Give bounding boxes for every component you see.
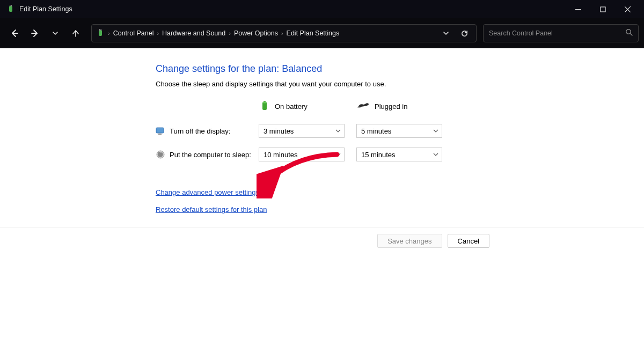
svg-rect-10: [99, 29, 100, 31]
advanced-settings-link[interactable]: Change advanced power settings: [156, 188, 259, 196]
svg-rect-9: [99, 30, 102, 36]
sleep-icon: [156, 150, 165, 159]
window-title: Edit Plan Settings: [19, 5, 566, 13]
display-battery-dropdown[interactable]: 3 minutes: [259, 124, 345, 138]
save-button[interactable]: Save changes: [377, 234, 442, 248]
column-header-plugged: Plugged in: [356, 101, 444, 112]
app-icon: [6, 5, 15, 13]
chevron-right-icon: ›: [157, 30, 159, 36]
svg-rect-4: [601, 7, 605, 12]
svg-rect-1: [10, 5, 11, 6]
maximize-button[interactable]: [590, 0, 615, 18]
sleep-battery-dropdown[interactable]: 10 minutes: [259, 148, 345, 161]
page-title: Change settings for the plan: Balanced: [156, 63, 644, 75]
location-icon: [96, 29, 105, 38]
svg-line-13: [630, 33, 632, 35]
chevron-down-icon: [335, 127, 341, 135]
footer: Save changes Cancel: [0, 227, 644, 254]
up-button[interactable]: [67, 24, 85, 42]
refresh-button[interactable]: [457, 26, 472, 41]
recent-button[interactable]: [46, 24, 64, 42]
restore-defaults-link[interactable]: Restore default settings for this plan: [156, 205, 267, 213]
breadcrumb-item[interactable]: Power Options: [234, 30, 278, 37]
sleep-plugged-dropdown[interactable]: 15 minutes: [356, 148, 442, 161]
close-button[interactable]: [615, 0, 640, 18]
row-label-display: Turn off the display:: [156, 126, 259, 136]
svg-rect-16: [264, 101, 266, 102]
svg-rect-18: [156, 128, 164, 133]
plug-icon: [356, 101, 370, 112]
svg-rect-2: [11, 5, 12, 6]
search-input[interactable]: [489, 30, 625, 37]
chevron-right-icon: ›: [281, 30, 283, 36]
svg-rect-0: [9, 6, 12, 12]
chevron-down-icon: [335, 151, 341, 159]
breadcrumb-item[interactable]: Control Panel: [113, 30, 154, 37]
address-bar[interactable]: › Control Panel › Hardware and Sound › P…: [91, 24, 477, 42]
cancel-button[interactable]: Cancel: [448, 234, 489, 248]
chevron-down-icon: [433, 127, 438, 135]
address-dropdown-button[interactable]: [438, 26, 453, 41]
svg-rect-11: [101, 29, 102, 31]
battery-icon: [259, 100, 270, 113]
page-subtext: Choose the sleep and display settings th…: [156, 80, 644, 88]
display-plugged-dropdown[interactable]: 5 minutes: [356, 124, 442, 138]
breadcrumb-item[interactable]: Hardware and Sound: [162, 30, 225, 37]
chevron-right-icon: ›: [229, 30, 231, 36]
display-icon: [156, 126, 165, 136]
navbar: › Control Panel › Hardware and Sound › P…: [0, 18, 644, 48]
titlebar: Edit Plan Settings: [0, 0, 644, 18]
svg-rect-19: [158, 134, 162, 135]
chevron-down-icon: [433, 151, 438, 159]
column-header-battery: On battery: [259, 100, 347, 113]
chevron-right-icon: ›: [108, 30, 110, 36]
search-icon: [625, 28, 633, 38]
content-area: Change settings for the plan: Balanced C…: [0, 48, 644, 214]
breadcrumb-item[interactable]: Edit Plan Settings: [287, 30, 340, 37]
svg-point-17: [357, 107, 361, 108]
forward-button[interactable]: [26, 24, 44, 42]
search-box[interactable]: [483, 24, 639, 42]
back-button[interactable]: [5, 24, 24, 42]
row-label-sleep: Put the computer to sleep:: [156, 150, 259, 159]
minimize-button[interactable]: [566, 0, 590, 18]
